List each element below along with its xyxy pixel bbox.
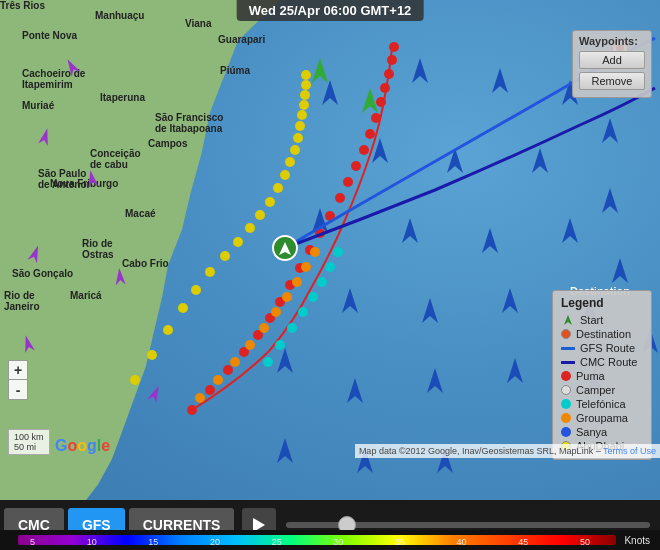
legend-label-sanya: Sanya: [576, 426, 607, 438]
legend-item-puma: Puma: [561, 370, 643, 382]
legend-item-camper: Camper: [561, 384, 643, 396]
color-gradient: [18, 535, 616, 545]
time-slider-container: [286, 522, 650, 528]
sanya-icon: [561, 427, 571, 437]
waypoints-title: Waypoints:: [579, 35, 645, 47]
destination-icon: [561, 329, 571, 339]
waypoints-panel: Waypoints: Add Remove: [572, 30, 652, 98]
groupama-icon: [561, 413, 571, 423]
legend-item-telefonica: Telefónica: [561, 398, 643, 410]
map-scale: 100 km 50 mi: [8, 429, 50, 455]
legend-panel: Legend Start Destination GFS Route CMC R…: [552, 290, 652, 460]
start-icon: [561, 315, 575, 325]
legend-label-cmc: CMC Route: [580, 356, 637, 368]
gfs-route-icon: [561, 347, 575, 350]
legend-item-start: Start: [561, 314, 643, 326]
legend-title: Legend: [561, 296, 643, 310]
puma-icon: [561, 371, 571, 381]
copyright-bar: Map data ©2012 Google, Inav/Geosistemas …: [355, 444, 660, 458]
legend-item-groupama: Groupama: [561, 412, 643, 424]
time-slider[interactable]: [286, 522, 650, 528]
legend-label-gfs: GFS Route: [580, 342, 635, 354]
google-logo: Google: [55, 437, 110, 455]
legend-label-groupama: Groupama: [576, 412, 628, 424]
telefonica-icon: [561, 399, 571, 409]
legend-item-destination: Destination: [561, 328, 643, 340]
svg-marker-104: [564, 315, 572, 325]
legend-label-destination: Destination: [576, 328, 631, 340]
add-waypoint-button[interactable]: Add: [579, 51, 645, 69]
legend-label-telefonica: Telefónica: [576, 398, 626, 410]
zoom-in-button[interactable]: +: [8, 360, 28, 380]
legend-item-cmc: CMC Route: [561, 356, 643, 368]
terms-link[interactable]: Terms of Use: [603, 446, 656, 456]
datetime-bar: Wed 25/Apr 06:00 GMT+12: [237, 0, 424, 21]
cmc-route-icon: [561, 361, 575, 364]
map-container: Destination Wed 25/Apr 06:00 GMT+12 Wayp…: [0, 0, 660, 510]
scale-km: 100 km: [14, 432, 44, 442]
legend-label-puma: Puma: [576, 370, 605, 382]
legend-item-gfs: GFS Route: [561, 342, 643, 354]
color-scale-bar: Knots 5 10 15 20 25 30 35 40 45 50: [0, 530, 660, 550]
copyright-text: Map data ©2012 Google, Inav/Geosistemas …: [359, 446, 593, 456]
zoom-out-button[interactable]: -: [8, 380, 28, 400]
datetime-text: Wed 25/Apr 06:00 GMT+12: [249, 3, 412, 18]
legend-label-camper: Camper: [576, 384, 615, 396]
camper-icon: [561, 385, 571, 395]
zoom-controls: + -: [8, 360, 28, 400]
scale-unit: Knots: [624, 535, 650, 546]
remove-waypoint-button[interactable]: Remove: [579, 72, 645, 90]
scale-mi: 50 mi: [14, 442, 44, 452]
legend-label-start: Start: [580, 314, 603, 326]
legend-item-sanya: Sanya: [561, 426, 643, 438]
